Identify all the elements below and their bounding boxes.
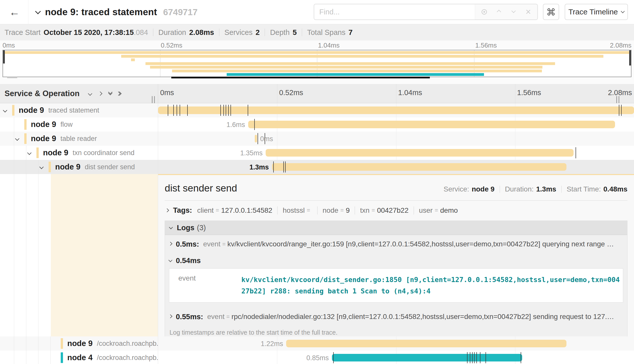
minimap-right-drag-handle[interactable]: [629, 50, 631, 66]
expand-one-icon[interactable]: [99, 92, 102, 95]
log-field-key: event: [203, 240, 221, 248]
back-button[interactable]: ←: [6, 5, 23, 20]
log-marker-tick: [619, 105, 619, 116]
span-bar[interactable]: [266, 149, 574, 157]
span-timeline-cell[interactable]: 1.6ms: [158, 117, 634, 132]
service-color-bar: [24, 119, 27, 130]
detail-meta-value: 1.3ms: [536, 185, 556, 193]
span-timeline-cell[interactable]: 0ms: [158, 132, 634, 146]
span-expander-chevron-icon[interactable]: [39, 165, 44, 169]
expand-all-icon[interactable]: [119, 92, 121, 95]
trace-info-label: Depth: [270, 28, 289, 37]
collapse-trace-chevron-icon[interactable]: [35, 9, 41, 14]
minimap-canvas[interactable]: [3, 50, 631, 77]
span-row[interactable]: node 9traced statement: [0, 103, 634, 117]
find-input[interactable]: [314, 4, 475, 19]
gridline: [396, 132, 396, 146]
span-timeline-cell[interactable]: 1.3ms: [158, 160, 634, 174]
log-marker-tick: [230, 105, 231, 116]
chevron-right-icon: [168, 242, 173, 246]
log-entry-expanded-header[interactable]: 0.54ms: [165, 253, 627, 268]
log-marker-tick: [485, 352, 486, 363]
span-bar[interactable]: [248, 121, 615, 128]
span-row[interactable]: node 9/cockroach.roachpb.I…1.22ms: [0, 336, 634, 351]
tag-key: user: [419, 206, 433, 215]
minimap-scrollbar[interactable]: [171, 77, 430, 78]
tag-key: hostssl: [283, 206, 305, 215]
tree-indent-guide: [26, 336, 26, 351]
span-bar[interactable]: [286, 340, 566, 347]
selected-span-accent-bar: [49, 174, 51, 336]
log-field-value-mono: kv/kvclient/kvcoord/dist_sender.go:1850 …: [241, 274, 623, 297]
detail-meta-label: Service:: [443, 185, 469, 193]
tag-equals: =: [340, 207, 344, 214]
span-bar[interactable]: [272, 163, 566, 171]
log-marker-tick: [177, 105, 177, 116]
separator: [561, 186, 562, 193]
span-duration-label: 1.35ms: [240, 149, 263, 157]
span-name-cell[interactable]: node 4/cockroach.roachpb.I…: [0, 351, 158, 364]
span-row[interactable]: node 9flow1.6ms: [0, 117, 634, 132]
log-entry[interactable]: 0.55ms:event=rpc/nodedialer/nodedialer.g…: [165, 308, 627, 326]
next-match-icon[interactable]: [508, 6, 519, 17]
separator: [277, 206, 278, 215]
log-entry[interactable]: 0.5ms:event=kv/kvclient/kvcoord/range_it…: [165, 235, 627, 253]
span-row[interactable]: node 9dist sender send1.3ms: [0, 160, 634, 174]
span-timeline-cell[interactable]: [158, 103, 634, 117]
minimap-left-drag-handle[interactable]: [3, 50, 5, 63]
span-row[interactable]: node 4/cockroach.roachpb.I…0.85ms: [0, 351, 634, 364]
tag-equals: =: [435, 207, 438, 214]
span-name-cell[interactable]: node 9txn coordinator send: [0, 146, 158, 160]
span-detail-panel: dist sender send Service:node 9Duration:…: [158, 174, 634, 336]
span-name-cell[interactable]: node 9table reader: [0, 132, 158, 146]
collapse-all-icon[interactable]: [109, 93, 112, 95]
span-timeline-cell[interactable]: 1.35ms: [158, 146, 634, 160]
collapse-one-icon[interactable]: [89, 92, 92, 95]
span-name-cell[interactable]: node 9/cockroach.roachpb.I…: [0, 336, 158, 351]
find-buttons: ×: [475, 4, 537, 19]
tags-items: client=127.0.0.1:54582hostssl=node=9txn=…: [197, 206, 458, 215]
span-row[interactable]: node 9txn coordinator send1.35ms: [0, 146, 634, 160]
span-expander-chevron-icon[interactable]: [3, 108, 7, 113]
span-expander-chevron-icon[interactable]: [27, 151, 32, 155]
trace-minimap: 0ms0.52ms1.04ms1.56ms2.08ms: [0, 40, 634, 84]
tag-key: node: [323, 206, 338, 215]
span-duration-label: 1.6ms: [226, 121, 245, 129]
minimap-span: [145, 62, 555, 65]
logs-body: 0.5ms:event=kv/kvclient/kvcoord/range_it…: [165, 235, 627, 326]
log-field-key: event: [169, 274, 241, 297]
span-timeline-cell[interactable]: 0.85ms: [158, 351, 634, 364]
tag-value: 00427b22: [377, 206, 409, 215]
tags-row[interactable]: Tags: client=127.0.0.1:54582hostssl=node…: [165, 206, 627, 215]
span-timeline-cell[interactable]: 1.22ms: [158, 336, 634, 351]
tree-indent-guide: [14, 336, 14, 351]
keyboard-shortcuts-button[interactable]: [543, 4, 559, 20]
span-bar[interactable]: [158, 106, 634, 114]
operation-name: table reader: [60, 135, 97, 143]
separator: [153, 29, 153, 36]
gridline: [277, 132, 277, 146]
view-selector-button[interactable]: Trace Timeline: [565, 4, 628, 20]
span-row[interactable]: node 9table reader0ms: [0, 132, 634, 146]
span-name-cell[interactable]: node 9traced statement: [0, 103, 158, 117]
separator: [317, 206, 318, 215]
tree-indent-guide: [14, 351, 14, 364]
scroll-to-match-icon[interactable]: [479, 6, 490, 17]
selected-span-highlight: [51, 174, 158, 336]
timeline-tick-label: 1.04ms: [396, 89, 422, 97]
chevron-right-icon: [168, 314, 173, 318]
prev-match-icon[interactable]: [493, 6, 504, 17]
span-bar[interactable]: [332, 354, 522, 361]
tags-label: Tags:: [173, 206, 192, 215]
minimap-span: [172, 70, 542, 72]
span-name-cell[interactable]: node 9dist sender send: [0, 160, 158, 174]
logs-header[interactable]: Logs (3): [165, 221, 627, 235]
span-bar[interactable]: [255, 135, 257, 142]
operation-name: traced statement: [48, 106, 99, 114]
minimap-span: [131, 58, 135, 61]
log-marker-tick: [474, 352, 475, 363]
span-expander-chevron-icon[interactable]: [15, 137, 19, 141]
trace-info-item: Duration2.08ms: [158, 28, 214, 37]
clear-find-icon[interactable]: ×: [523, 6, 534, 17]
span-name-cell[interactable]: node 9flow: [0, 117, 158, 132]
